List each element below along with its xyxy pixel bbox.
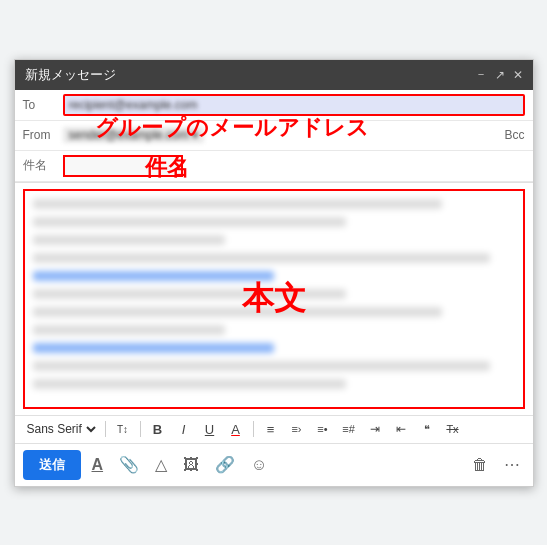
formatting-icon: A — [92, 456, 104, 473]
window-title: 新規メッセージ — [25, 66, 116, 84]
maximize-button[interactable]: ↗ — [495, 68, 505, 82]
formatting-toolbar: Sans Serif T↕ B I U A ≡ ≡› ≡• ≡# ⇥ ⇤ ❝ T… — [15, 415, 533, 443]
emoji-button[interactable]: ☺ — [246, 453, 272, 477]
from-label: From — [23, 128, 63, 142]
attach-button[interactable]: 📎 — [114, 452, 144, 477]
font-size-button[interactable]: T↕ — [112, 422, 134, 437]
minimize-button[interactable]: － — [475, 66, 487, 83]
toolbar-divider-3 — [253, 421, 254, 437]
body-line-3 — [33, 235, 226, 245]
drive-icon: △ — [155, 456, 167, 473]
to-input-box[interactable]: recipient@example.com — [63, 94, 525, 116]
indent-button[interactable]: ⇥ — [364, 420, 386, 438]
title-bar-controls: － ↗ ✕ — [475, 66, 523, 83]
bullet-list-button[interactable]: ≡• — [312, 421, 334, 437]
link-button[interactable]: 🔗 — [210, 452, 240, 477]
drive-button[interactable]: △ — [150, 452, 172, 477]
bcc-link[interactable]: Bcc — [504, 128, 524, 142]
photo-icon: 🖼 — [183, 456, 199, 473]
header-fields: To recipient@example.com From sender@exa… — [15, 90, 533, 183]
body-blurred-content[interactable] — [25, 191, 523, 405]
body-line-5 — [33, 289, 346, 299]
body-line-9 — [33, 379, 346, 389]
to-row: To recipient@example.com — [15, 90, 533, 121]
body-line-4 — [33, 253, 491, 263]
link-icon: 🔗 — [215, 456, 235, 473]
body-area-wrapper: 本文 — [23, 189, 525, 409]
title-bar: 新規メッセージ － ↗ ✕ — [15, 60, 533, 90]
compose-window: 新規メッセージ － ↗ ✕ To recipient@example.com F… — [14, 59, 534, 487]
subject-input-box[interactable] — [63, 155, 183, 177]
number-list-button[interactable]: ≡# — [338, 421, 360, 437]
italic-button[interactable]: I — [173, 420, 195, 439]
body-line-8 — [33, 361, 491, 371]
to-label: To — [23, 98, 63, 112]
underline-button[interactable]: U — [199, 420, 221, 439]
bold-button[interactable]: B — [147, 420, 169, 439]
photo-button[interactable]: 🖼 — [178, 453, 204, 477]
attach-icon: 📎 — [119, 456, 139, 473]
body-line-6 — [33, 307, 443, 317]
font-color-button[interactable]: A — [225, 420, 247, 439]
delete-button[interactable]: 🗑 — [467, 453, 493, 477]
from-value[interactable]: sender@example.com ▾ — [63, 127, 205, 143]
indent-right-button[interactable]: ≡› — [286, 421, 308, 437]
formatting-toggle-button[interactable]: A — [87, 453, 109, 477]
body-link-1 — [33, 271, 274, 281]
subject-row: 件名 件名 — [15, 151, 533, 182]
subject-label: 件名 — [23, 157, 63, 174]
send-button[interactable]: 送信 — [23, 450, 81, 480]
body-line-1 — [33, 199, 443, 209]
action-bar: 送信 A 📎 △ 🖼 🔗 ☺ 🗑 ⋯ — [15, 443, 533, 486]
close-button[interactable]: ✕ — [513, 68, 523, 82]
from-row: From sender@example.com ▾ グループのメールアドレス B… — [15, 121, 533, 151]
body-link-2 — [33, 343, 274, 353]
remove-format-button[interactable]: Tx — [442, 421, 464, 437]
body-line-2 — [33, 217, 346, 227]
delete-icon: 🗑 — [472, 456, 488, 473]
toolbar-divider-1 — [105, 421, 106, 437]
body-line-7 — [33, 325, 226, 335]
toolbar-divider-2 — [140, 421, 141, 437]
quote-button[interactable]: ❝ — [416, 421, 438, 438]
font-select[interactable]: Sans Serif — [23, 421, 99, 437]
more-icon: ⋯ — [504, 456, 520, 473]
align-button[interactable]: ≡ — [260, 420, 282, 439]
to-input-text: recipient@example.com — [69, 98, 198, 112]
more-options-button[interactable]: ⋯ — [499, 452, 525, 477]
outdent-button[interactable]: ⇤ — [390, 420, 412, 438]
emoji-icon: ☺ — [251, 456, 267, 473]
